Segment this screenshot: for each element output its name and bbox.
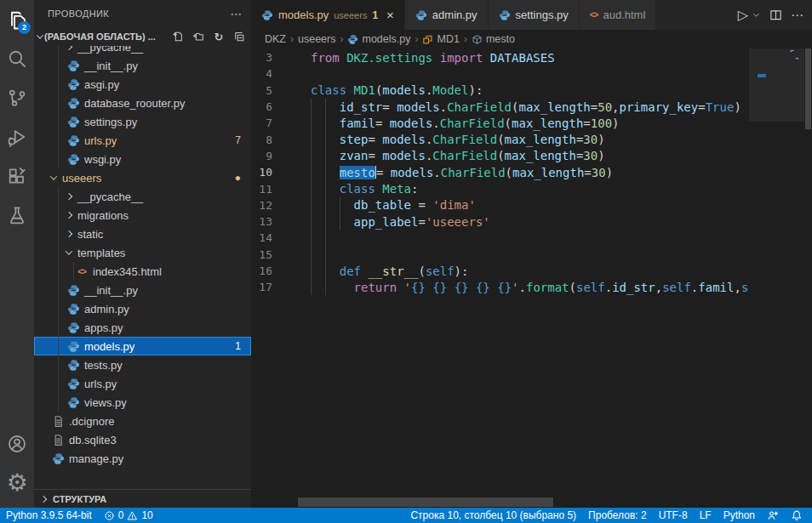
status-problems[interactable]: 010 (98, 508, 159, 523)
vertical-scrollbar-slider[interactable] (805, 48, 811, 129)
horizontal-scrollbar[interactable] (298, 497, 553, 507)
tree-item-tests.py[interactable]: tests.py (34, 355, 251, 374)
code-token: {} (411, 281, 426, 294)
code-token: models (397, 100, 440, 114)
activity-source-control[interactable] (0, 78, 34, 117)
tree-item-manage.py[interactable]: manage.py (34, 449, 251, 468)
tree-item-__pycache__[interactable]: __pycache__ (34, 187, 251, 206)
breadcrumb-models.py[interactable]: models.py (347, 33, 410, 45)
split-editor-button[interactable] (769, 9, 782, 21)
tree-item-apps.py[interactable]: apps.py (34, 318, 251, 337)
chevron-down-icon (66, 247, 72, 254)
status-left: Python 3.9.5 64-bit010 (0, 508, 159, 523)
status-text: Пробелов: 2 (588, 509, 647, 521)
tree-item-asgi.py[interactable]: asgi.py (34, 75, 251, 94)
more-actions-button[interactable]: ⋯ (791, 8, 803, 23)
breadcrumb-useeers[interactable]: useeers (298, 33, 335, 45)
vertical-scrollbar[interactable] (804, 48, 812, 508)
tree-item-db.sqlite3[interactable]: db.sqlite3 (34, 430, 251, 449)
status-text: Строка 10, столбец 10 (выбрано 5) (410, 509, 576, 521)
activity-extensions[interactable] (0, 156, 34, 196)
code-token: db_table (354, 198, 419, 212)
code-token: : (411, 182, 418, 196)
code-token: ( (418, 264, 425, 278)
run-dropdown-button[interactable] (752, 10, 761, 20)
activity-run-debug[interactable] (0, 117, 34, 156)
outline-section-header[interactable]: СТРУКТУРА (34, 489, 251, 508)
tree-item-urls.py[interactable]: urls.py7 (34, 131, 251, 150)
tree-item-.dcignore[interactable]: .dcignore (34, 412, 251, 430)
status-python-interpreter[interactable]: Python 3.9.5 64-bit (0, 508, 98, 523)
tree-item-templates[interactable]: templates (34, 243, 251, 262)
testing-icon (7, 205, 27, 225)
code-token: = (418, 198, 432, 212)
status-feedback[interactable] (761, 508, 785, 523)
tree-item-database_roouter.py[interactable]: database_roouter.py (34, 94, 251, 112)
tree-item-models.py[interactable]: models.py1 (34, 337, 251, 355)
run-python-file-button[interactable]: ▷ (738, 7, 748, 23)
python-icon (67, 303, 80, 316)
tree-item-label: __init__.py (84, 60, 138, 72)
status-language-mode[interactable]: Python (718, 508, 761, 523)
status-cursor-position[interactable]: Строка 10, столбец 10 (выбрано 5) (404, 508, 582, 523)
editor-area: models.pyuseeers1×admin.pysettings.py<>a… (251, 0, 812, 508)
settings-gear-icon: ⚙ (6, 471, 27, 495)
line-number: 9 (251, 150, 272, 162)
activity-settings-gear[interactable]: ⚙ (0, 463, 34, 503)
tab-settings.py[interactable]: settings.py (489, 0, 580, 30)
tree-item-__init__.py[interactable]: __init__.py (34, 281, 251, 299)
tree-item-__init__.py[interactable]: __init__.py (34, 56, 251, 75)
tree-item-static[interactable]: static (34, 225, 251, 243)
tree-item-index345.html[interactable]: <>index345.html (34, 262, 251, 281)
activity-testing[interactable] (0, 196, 34, 235)
code-token: Meta (382, 182, 411, 196)
breadcrumb-label: mesto (486, 33, 515, 45)
tree-item-useeers[interactable]: useeers● (34, 168, 251, 187)
tab-aud.html[interactable]: <>aud.html (580, 0, 657, 30)
tree-item-migrations[interactable]: migrations (34, 206, 251, 225)
ellipsis-icon: ⋯ (791, 8, 803, 23)
tree-item-admin.py[interactable]: admin.py (34, 299, 251, 318)
status-eol[interactable]: LF (694, 508, 718, 523)
activity-account[interactable] (0, 424, 34, 463)
tab-admin.py[interactable]: admin.py (405, 0, 489, 30)
tree-item-settings.py[interactable]: settings.py (34, 112, 251, 131)
minimap-slider (749, 48, 804, 122)
python-icon (52, 452, 65, 465)
tree-item-urls.py[interactable]: urls.py (34, 374, 251, 393)
python-icon (67, 359, 80, 372)
activity-search[interactable] (0, 39, 34, 78)
refresh-button[interactable]: ↻ (212, 30, 226, 43)
breadcrumb-mesto[interactable]: mesto (472, 33, 515, 45)
tree-item-__pycache__[interactable]: __pycache__ (34, 46, 251, 56)
tab-models.py[interactable]: models.pyuseeers1× (251, 0, 405, 30)
chevron-right-icon (40, 495, 47, 502)
breadcrumb-MD1[interactable]: MD1 (422, 33, 459, 45)
status-encoding[interactable]: UTF-8 (653, 508, 694, 523)
tree-item-wsgi.py[interactable]: wsgi.py (34, 150, 251, 168)
minimap[interactable]: from DKZ.settings import DATABASESclass … (749, 48, 804, 127)
html-icon: <> (77, 267, 86, 276)
code-token: app_label (354, 215, 419, 229)
code-token: MD1 (354, 83, 375, 97)
views-more-icon[interactable]: ⋯ (231, 7, 243, 20)
workspace-section-header[interactable]: (РАБОЧАЯ ОБЛАСТЬ) ... ↻ (34, 27, 251, 46)
breadcrumb-label: DKZ (265, 33, 286, 45)
collapse-all-button[interactable] (232, 30, 246, 43)
breadcrumb-label: MD1 (437, 33, 459, 45)
new-folder-button[interactable] (192, 30, 205, 43)
new-file-button[interactable] (171, 30, 185, 43)
tree-item-views.py[interactable]: views.py (34, 393, 251, 412)
status-indentation[interactable]: Пробелов: 2 (582, 508, 653, 523)
code-token (311, 281, 354, 294)
tree-item-label: views.py (84, 396, 127, 409)
status-text: Python 3.9.5 64-bit (6, 509, 92, 521)
activity-explorer[interactable]: 2 (0, 0, 34, 39)
code-editor[interactable]: 3from DKZ.settings import DATABASES45cla… (251, 48, 812, 508)
close-icon[interactable]: × (386, 9, 394, 21)
code-token: CharField (447, 100, 512, 114)
status-notifications[interactable] (785, 508, 809, 523)
code-token: max_length (505, 133, 576, 146)
breadcrumb-DKZ[interactable]: DKZ (265, 33, 286, 45)
outline-label: СТРУКТУРА (53, 494, 106, 504)
